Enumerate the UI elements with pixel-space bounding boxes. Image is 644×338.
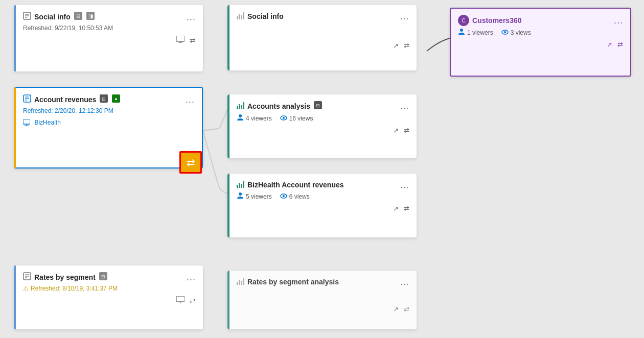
eye-icon	[280, 193, 287, 200]
customers-icon: C	[458, 15, 469, 26]
social-info-card-right: Social info ... ↗ ⇄	[227, 5, 417, 70]
svg-rect-19	[23, 119, 30, 124]
transfer-button[interactable]: ⇄	[179, 151, 202, 174]
svg-text:●: ●	[115, 96, 118, 102]
bizhealth-link[interactable]: BizHealth	[34, 119, 60, 126]
svg-text:⊟: ⊟	[316, 103, 320, 108]
person-icon	[237, 192, 244, 201]
svg-point-36	[239, 192, 242, 196]
refresh-icon[interactable]: ⇄	[617, 41, 623, 49]
badge-icon: ⊟	[99, 272, 108, 283]
social-info-card-left: Social info ⊟ ◨ ... Refreshed: 9/22/19, …	[14, 5, 203, 71]
svg-point-41	[504, 31, 506, 33]
svg-text:◨: ◨	[88, 13, 93, 19]
svg-rect-8	[176, 36, 185, 41]
refresh-icon[interactable]: ⇄	[404, 305, 409, 313]
card-meta: Refreshed: 9/22/19, 10:50:53 AM	[23, 25, 196, 32]
svg-text:⊟: ⊟	[76, 13, 80, 19]
accounts-analysis-card: Accounts analysis ⊟ ... 4 viewers 16 vie…	[227, 94, 417, 158]
transfer-icon: ⇄	[187, 156, 195, 168]
viewers-count: 5 viewers	[246, 193, 272, 200]
rates-by-segment-analysis-card: Rates by segment analysis ... ↗ ⇄	[227, 271, 417, 329]
monitor-icon	[176, 36, 185, 44]
bar-chart-icon	[237, 101, 244, 111]
dataset-icon	[23, 272, 31, 282]
card-title: Rates by segment analysis	[247, 278, 339, 286]
eye-icon	[280, 115, 287, 122]
card-title: Customers360	[472, 16, 522, 25]
card-title: Rates by segment	[34, 273, 96, 281]
card-meta-warning: ⚠ Refreshed: 8/10/19, 3:41:37 PM	[23, 285, 196, 292]
person-icon	[458, 28, 465, 37]
svg-text:⊟: ⊟	[101, 274, 105, 279]
expand-icon[interactable]: ↗	[393, 205, 399, 212]
svg-rect-28	[176, 296, 185, 302]
bizhealth-account-revenues-card: BizHealth Account revenues ... 5 viewers…	[227, 174, 417, 237]
warning-icon: ⚠	[23, 285, 29, 292]
card-title: Social info	[34, 13, 71, 21]
account-revenues-card: Account revenues ⊟ ● ... Refreshed: 2/20…	[14, 87, 203, 168]
card-more-menu[interactable]: ...	[186, 95, 195, 104]
bar-chart-icon	[237, 277, 244, 287]
refresh-icon[interactable]: ⇄	[404, 205, 409, 212]
expand-icon[interactable]: ↗	[393, 42, 399, 50]
expand-icon[interactable]: ↗	[607, 41, 612, 49]
dataset-icon	[23, 12, 31, 22]
refresh-icon[interactable]: ⇄	[404, 127, 409, 134]
bar-chart-icon	[237, 11, 244, 21]
views-count: 16 views	[289, 115, 313, 122]
badge-icon: ⊟	[313, 101, 323, 112]
card-more-menu[interactable]: ...	[400, 180, 409, 189]
svg-point-38	[283, 195, 285, 197]
card-title: Social info	[247, 12, 284, 20]
expand-icon[interactable]: ↗	[393, 305, 399, 313]
viewers-count: 1 viewers	[467, 29, 493, 36]
dataset-icon	[23, 94, 31, 105]
card-more-menu[interactable]: ...	[187, 12, 196, 21]
svg-text:⊟: ⊟	[102, 96, 106, 102]
svg-point-33	[239, 114, 242, 117]
customers360-card: C Customers360 ... 1 viewers 3 views ↗	[450, 8, 631, 77]
refresh-icon[interactable]: ⇄	[190, 36, 196, 44]
person-icon	[237, 114, 244, 123]
refresh-icon[interactable]: ⇄	[190, 297, 196, 305]
card-title: BizHealth Account revenues	[247, 181, 344, 189]
card-title: Account revenues	[34, 95, 96, 104]
expand-icon[interactable]: ↗	[393, 127, 399, 134]
bar-chart-icon	[237, 180, 244, 190]
refresh-icon[interactable]: ⇄	[404, 42, 409, 50]
eye-icon	[501, 29, 509, 36]
card-more-menu[interactable]: ...	[400, 12, 409, 21]
card-meta: Refreshed: 2/20/20, 12:12:30 PM	[23, 107, 195, 114]
card-more-menu[interactable]: ...	[400, 102, 409, 111]
monitor-icon	[23, 117, 32, 126]
card-more-menu[interactable]: ...	[187, 273, 196, 282]
svg-point-35	[283, 117, 285, 119]
badge-icon-green: ●	[111, 94, 121, 105]
card-more-menu[interactable]: ...	[614, 16, 623, 25]
badge-icon-1: ⊟	[74, 11, 83, 22]
svg-point-39	[460, 29, 463, 32]
viewers-count: 4 viewers	[246, 115, 272, 122]
rates-by-segment-card: Rates by segment ⊟ ... ⚠ Refreshed: 8/10…	[14, 265, 203, 329]
card-more-menu[interactable]: ...	[400, 277, 409, 286]
card-title: Accounts analysis	[247, 102, 310, 110]
views-count: 3 views	[511, 29, 531, 36]
monitor-icon	[176, 296, 185, 305]
badge-icon-2: ◨	[86, 11, 95, 22]
badge-icon-gray: ⊟	[99, 94, 108, 105]
views-count: 6 views	[289, 193, 310, 200]
